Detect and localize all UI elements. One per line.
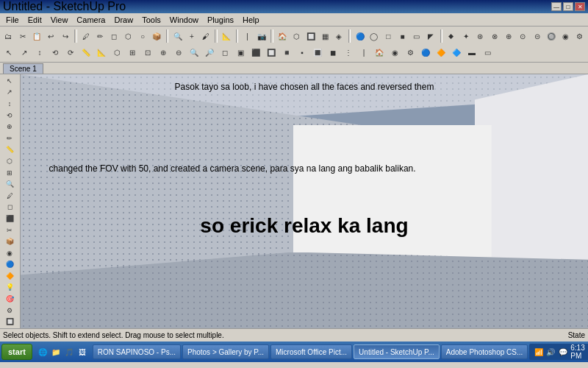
menu-item-edit[interactable]: Edit [24,15,46,25]
left-toolbar-btn-11[interactable]: ◻ [1,202,18,213]
tray-network-icon[interactable]: 📶 [534,346,543,358]
toolbar2-btn-2[interactable]: ↕ [32,46,47,59]
toolbar-btn-6[interactable]: ✏ [93,29,107,43]
toolbar-btn-34[interactable]: ⊝ [530,29,543,43]
toolbar-btn-32[interactable]: ⊕ [502,29,515,43]
toolbar-btn-25[interactable]: ■ [395,29,409,43]
toolbar2-btn-28[interactable]: 🔶 [434,46,448,59]
toolbar2-btn-10[interactable]: ⊕ [156,46,171,59]
maximize-button[interactable]: □ [563,2,573,11]
viewport[interactable]: Pasok tayo sa loob, i have chosen all th… [21,74,588,328]
menu-item-view[interactable]: View [46,15,73,25]
left-toolbar-btn-0[interactable]: ↖ [1,76,18,86]
taskbar-app-btn-4[interactable]: Adobe Photoshop CS... [441,344,528,359]
minimize-button[interactable]: — [551,2,562,11]
toolbar2-btn-12[interactable]: 🔍 [187,46,201,59]
left-toolbar-btn-2[interactable]: ↕ [1,99,18,109]
toolbar2-btn-25[interactable]: ◉ [387,46,402,59]
taskbar-app-btn-3[interactable]: Untitled - SketchUp P... [354,344,440,359]
menu-item-help[interactable]: Help [238,15,264,25]
toolbar-btn-27[interactable]: ◤ [424,29,437,43]
toolbar-btn-29[interactable]: ✦ [459,29,473,43]
toolbar-btn-33[interactable]: ⊙ [516,29,529,43]
toolbar2-btn-31[interactable]: ▭ [480,46,495,59]
left-toolbar-btn-21[interactable]: 🔲 [1,316,18,327]
toolbar2-btn-13[interactable]: 🔎 [202,46,217,59]
toolbar2-btn-11[interactable]: ⊖ [171,46,186,59]
toolbar2-btn-18[interactable]: ◾ [279,46,294,59]
toolbar-btn-21[interactable]: ◈ [332,29,345,43]
toolbar-btn-7[interactable]: ◻ [107,29,121,43]
toolbar2-btn-5[interactable]: 📏 [79,46,93,59]
taskbar-ie-icon[interactable]: 🌐 [37,346,49,358]
toolbar2-btn-15[interactable]: ▣ [233,46,248,59]
toolbar2-btn-7[interactable]: ⬡ [110,46,124,59]
left-toolbar-btn-3[interactable]: ⟲ [1,110,18,121]
toolbar2-btn-1[interactable]: ↗ [17,46,32,59]
toolbar-btn-12[interactable]: + [185,29,198,43]
menu-item-window[interactable]: Window [165,15,203,25]
toolbar-btn-26[interactable]: ▭ [410,29,423,43]
tray-volume-icon[interactable]: 🔊 [546,346,556,358]
toolbar-btn-22[interactable]: 🔵 [353,29,366,43]
left-toolbar-btn-9[interactable]: 🔍 [1,179,18,189]
toolbar-btn-14[interactable]: 📐 [220,29,233,43]
toolbar2-btn-6[interactable]: 📐 [94,46,109,59]
taskbar-app-btn-2[interactable]: Microsoft Office Pict... [270,344,352,359]
taskbar-explorer-icon[interactable]: 📁 [50,346,62,358]
toolbar2-btn-17[interactable]: 🔲 [264,46,279,59]
left-toolbar-btn-5[interactable]: ✏ [1,133,18,144]
left-toolbar-btn-1[interactable]: ↗ [1,88,18,98]
left-toolbar-btn-4[interactable]: ⊕ [1,121,18,132]
toolbar-btn-35[interactable]: 🔘 [545,29,558,43]
left-toolbar-btn-16[interactable]: 🔵 [1,260,18,270]
start-button[interactable]: start [1,344,32,360]
left-toolbar-btn-8[interactable]: ⊞ [1,168,18,178]
toolbar2-btn-9[interactable]: ⊡ [140,46,155,59]
toolbar2-btn-3[interactable]: ⟲ [48,46,62,59]
toolbar2-btn-4[interactable]: ⟳ [63,46,78,59]
left-toolbar-btn-10[interactable]: 🖊 [1,191,18,201]
taskbar-ps-icon[interactable]: 🖼 [76,346,88,358]
toolbar-btn-31[interactable]: ⊗ [487,29,501,43]
close-button[interactable]: ✕ [575,2,585,11]
toolbar2-btn-23[interactable]: | [356,46,371,59]
toolbar2-btn-21[interactable]: ◼ [326,46,340,59]
toolbar2-btn-29[interactable]: 🔷 [449,46,464,59]
toolbar-btn-18[interactable]: ⬡ [290,29,303,43]
toolbar-btn-13[interactable]: 🖌 [199,29,212,43]
toolbar-btn-8[interactable]: ⬡ [122,29,135,43]
taskbar-media-icon[interactable]: 🎵 [63,346,75,358]
toolbar2-btn-22[interactable]: ⋮ [341,46,356,59]
toolbar-btn-20[interactable]: ▦ [318,29,331,43]
left-toolbar-btn-7[interactable]: ⬡ [1,156,18,166]
left-toolbar-btn-17[interactable]: 🔶 [1,271,18,281]
toolbar-btn-3[interactable]: ↩ [44,29,57,43]
toolbar-btn-1[interactable]: ✂ [15,29,29,43]
toolbar-btn-24[interactable]: □ [381,29,395,43]
taskbar-app-btn-1[interactable]: Photos > Gallery by P... [182,344,269,359]
toolbar-btn-15[interactable]: | [240,29,254,43]
menu-item-camera[interactable]: Camera [72,15,110,25]
toolbar2-btn-30[interactable]: ▬ [465,46,479,59]
toolbar2-btn-16[interactable]: ⬛ [248,46,263,59]
scene-tab-scene1[interactable]: Scene 1 [3,63,43,74]
toolbar-btn-37[interactable]: ⚙ [573,29,586,43]
toolbar-btn-28[interactable]: ⯁ [445,29,458,43]
toolbar2-btn-19[interactable]: ▪ [295,46,309,59]
left-toolbar-btn-18[interactable]: 💡 [1,283,18,293]
menu-item-plugins[interactable]: Plugins [203,15,238,25]
menu-item-file[interactable]: File [1,15,24,25]
toolbar-btn-16[interactable]: 📷 [255,29,268,43]
toolbar-btn-11[interactable]: 🔍 [171,29,184,43]
left-toolbar-btn-12[interactable]: ⬛ [1,213,18,224]
left-toolbar-btn-6[interactable]: 📏 [1,145,18,155]
left-toolbar-btn-19[interactable]: 🎯 [1,294,18,304]
toolbar-btn-2[interactable]: 📋 [30,29,43,43]
left-toolbar-btn-20[interactable]: ⚙ [1,305,18,316]
toolbar-btn-30[interactable]: ⊛ [473,29,487,43]
toolbar2-btn-14[interactable]: ◻ [218,46,232,59]
toolbar-btn-0[interactable]: 🗂 [1,29,15,43]
menu-item-tools[interactable]: Tools [137,15,165,25]
menu-item-draw[interactable]: Draw [110,15,137,25]
